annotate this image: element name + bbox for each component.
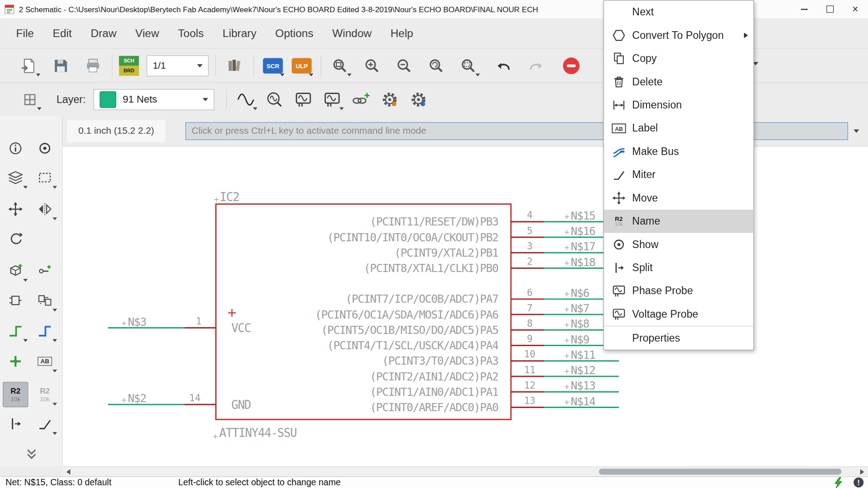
- open-document-button[interactable]: [17, 53, 41, 78]
- menu-edit[interactable]: Edit: [43, 23, 81, 43]
- scroll-left-arrow[interactable]: [66, 469, 71, 474]
- grid-button[interactable]: [18, 87, 42, 112]
- scrollbar-thumb[interactable]: [599, 469, 841, 474]
- layer-select[interactable]: 91 Nets: [94, 89, 214, 110]
- sheet-select[interactable]: 1/1: [146, 55, 208, 76]
- dropdown-arrow-icon: [253, 107, 257, 110]
- ulp-label: ULP: [296, 62, 308, 69]
- app-icon: [5, 4, 14, 14]
- tool-label[interactable]: AB: [32, 348, 57, 374]
- move-icon: [611, 191, 627, 205]
- svg-text:(PCINT11/RESET/DW)PB3: (PCINT11/RESET/DW)PB3: [370, 215, 498, 228]
- sch-brd-toggle-button[interactable]: SCH BRD: [119, 56, 139, 75]
- trash-icon: [611, 75, 627, 89]
- tool-miter[interactable]: [32, 411, 57, 436]
- menu-item-dimension[interactable]: Dimension: [604, 94, 754, 117]
- oscilloscope-2-button[interactable]: [320, 87, 344, 112]
- tool-info[interactable]: [3, 136, 28, 161]
- zoom-redraw-button[interactable]: [424, 53, 448, 78]
- menu-item-name[interactable]: R2 10k Name: [604, 210, 754, 233]
- tool-move[interactable]: [3, 197, 28, 222]
- menu-item-make-bus[interactable]: Make Bus: [604, 140, 754, 163]
- svg-text:(PCINT0/AREF/ADC0)PA0: (PCINT0/AREF/ADC0)PA0: [370, 401, 498, 414]
- add-part-cube-icon: [8, 263, 23, 278]
- zoom-fit-button[interactable]: [328, 53, 352, 78]
- add-link-button[interactable]: [349, 87, 373, 112]
- palette-collapse-button[interactable]: [19, 441, 44, 467]
- tool-group-select[interactable]: [32, 165, 57, 190]
- tool-gate[interactable]: [3, 288, 28, 313]
- menu-item-split[interactable]: Split: [604, 256, 754, 279]
- scroll-right-arrow[interactable]: [860, 469, 864, 474]
- menu-file[interactable]: File: [7, 23, 43, 43]
- probe-inspect-button[interactable]: [262, 87, 287, 112]
- zoom-fit-icon: [332, 58, 348, 73]
- error-indicator-icon[interactable]: !: [854, 478, 863, 488]
- command-history-dropdown[interactable]: [848, 122, 865, 140]
- zoom-select-button[interactable]: [456, 53, 481, 78]
- zoom-select-icon: [461, 58, 476, 73]
- menu-tools[interactable]: Tools: [169, 23, 213, 43]
- tool-bus-wire[interactable]: [32, 318, 57, 343]
- redo-button[interactable]: [524, 53, 548, 78]
- tool-name[interactable]: R2 10k: [3, 382, 28, 407]
- tool-add-part[interactable]: [3, 258, 28, 283]
- print-icon: [85, 57, 101, 74]
- menu-item-miter[interactable]: Miter: [604, 163, 754, 186]
- context-menu: Next Convert To Polygon Copy: [604, 0, 754, 350]
- menu-help[interactable]: Help: [381, 23, 423, 43]
- status-selection-text: Net: N$15, Class: 0 default: [5, 478, 111, 488]
- menu-item-delete[interactable]: Delete: [604, 70, 754, 94]
- menu-item-label: Split: [632, 262, 652, 274]
- tool-rotate[interactable]: [3, 226, 28, 251]
- drc-lightning-icon[interactable]: [833, 477, 845, 488]
- tool-net-wire[interactable]: [3, 318, 28, 343]
- split-icon: [8, 417, 23, 431]
- tool-junction[interactable]: [3, 348, 28, 374]
- menu-options[interactable]: Options: [266, 23, 323, 43]
- tool-gate-swap[interactable]: [32, 288, 57, 313]
- ulp-button[interactable]: ULP: [289, 53, 314, 78]
- settings-gear-2-button[interactable]: [406, 87, 431, 112]
- tool-split[interactable]: [3, 411, 28, 436]
- simulate-signal-button[interactable]: [234, 87, 258, 112]
- tool-mirror[interactable]: [32, 197, 57, 222]
- zoom-out-button[interactable]: [392, 53, 416, 78]
- maximize-button[interactable]: [817, 0, 842, 18]
- undo-button[interactable]: [491, 53, 516, 78]
- settings-gear-button[interactable]: [377, 87, 402, 112]
- tool-show[interactable]: [32, 136, 57, 161]
- svg-text:7: 7: [527, 303, 533, 314]
- menu-item-label[interactable]: AB Label: [604, 117, 754, 140]
- tool-value[interactable]: R2 10k: [32, 382, 57, 407]
- print-button[interactable]: [81, 53, 105, 78]
- menu-item-next[interactable]: Next: [604, 0, 754, 23]
- menu-item-phase-probe[interactable]: Phase Probe: [604, 279, 754, 302]
- tool-display-layers[interactable]: [3, 165, 28, 190]
- svg-text:(PCINT6/OC1A/SDA/MOSI/ADC6)PA6: (PCINT6/OC1A/SDA/MOSI/ADC6)PA6: [315, 308, 499, 321]
- stop-button[interactable]: [559, 53, 584, 78]
- minimize-button[interactable]: [792, 0, 817, 18]
- menu-item-voltage-probe[interactable]: Voltage Probe: [604, 303, 754, 326]
- menu-draw[interactable]: Draw: [81, 23, 126, 43]
- scr-button[interactable]: SCR: [261, 53, 285, 78]
- menu-window[interactable]: Window: [323, 23, 381, 43]
- menu-item-show[interactable]: Show: [604, 233, 754, 256]
- close-button[interactable]: ×: [843, 0, 868, 18]
- menu-item-properties[interactable]: Properties: [604, 326, 754, 350]
- horizontal-scrollbar[interactable]: [62, 466, 868, 476]
- zoom-in-button[interactable]: [360, 53, 384, 78]
- save-button[interactable]: [49, 53, 73, 78]
- tool-add-pin[interactable]: [32, 258, 57, 283]
- menu-item-label: Phase Probe: [632, 285, 693, 297]
- menu-item-move[interactable]: Move: [604, 187, 754, 210]
- library-button[interactable]: [222, 53, 247, 78]
- mirror-icon: [38, 202, 52, 216]
- svg-text:8: 8: [527, 318, 533, 329]
- menu-library[interactable]: Library: [213, 23, 266, 43]
- menu-view[interactable]: View: [126, 23, 168, 43]
- oscilloscope-button[interactable]: [291, 87, 316, 112]
- menu-item-convert-to-polygon[interactable]: Convert To Polygon: [604, 24, 754, 47]
- menu-item-label: Voltage Probe: [632, 308, 698, 320]
- menu-item-copy[interactable]: Copy: [604, 47, 754, 70]
